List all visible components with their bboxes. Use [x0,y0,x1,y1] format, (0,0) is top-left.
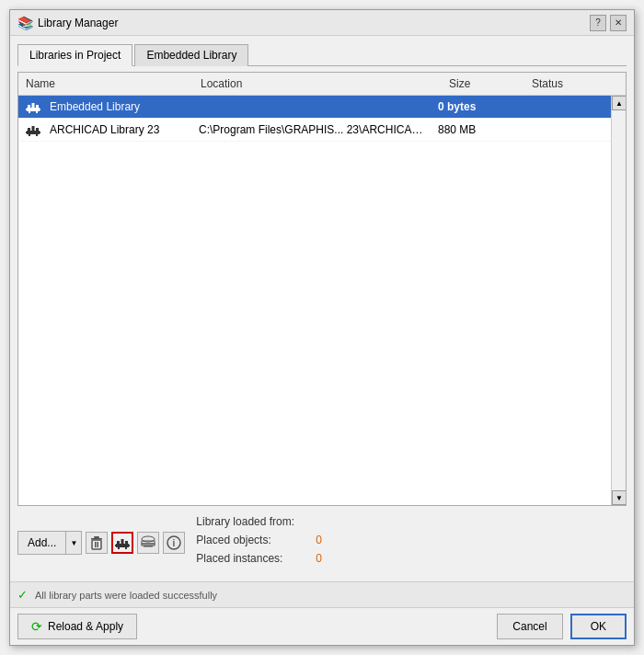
window-title: Library Manager [38,17,590,29]
reload-apply-label: Reload & Apply [48,620,123,633]
svg-rect-6 [29,111,30,113]
bim-server-button[interactable] [137,532,159,554]
row-location: C:\Program Files\GRAPHIS... 23\ARCHICAD … [191,121,431,138]
add-dropdown-button[interactable]: ▼ [65,531,82,555]
placed-objects-value: 0 [316,534,322,546]
placed-objects-row: Placed objects: 0 [196,534,627,546]
tab-libraries-in-project[interactable]: Libraries in Project [17,44,132,66]
library-icon [24,99,42,114]
row-status [504,105,611,109]
scroll-track [612,110,626,490]
row-size: 880 MB [431,121,504,138]
add-group: Add... ▼ [17,531,82,555]
library-table: Name Location Size Status [17,72,627,506]
svg-rect-25 [115,545,130,546]
svg-rect-18 [92,540,101,549]
library-loaded-from-label: Library loaded from: [196,515,316,528]
svg-rect-2 [32,103,35,108]
status-check-icon: ✓ [17,588,28,602]
row-location [191,105,431,109]
statusbar: ✓ All library parts were loaded successf… [10,581,634,607]
svg-rect-26 [116,546,129,547]
svg-rect-0 [27,108,40,109]
row-name: Embedded Library [42,98,191,115]
action-toolbar: Add... ▼ [17,511,627,574]
row-name: ARCHICAD Library 23 [42,121,191,138]
svg-rect-20 [98,542,99,547]
svg-rect-14 [29,134,30,136]
add-button[interactable]: Add... [17,531,65,555]
svg-rect-19 [95,542,97,547]
placed-instances-row: Placed instances: 0 [196,552,627,565]
col-header-size: Size [442,75,524,92]
table-row[interactable]: ARCHICAD Library 23 C:\Program Files\GRA… [18,119,611,142]
svg-rect-3 [36,105,39,108]
library-info-button[interactable]: i [163,532,185,554]
placed-instances-label: Placed instances: [196,552,316,565]
ok-button[interactable]: OK [570,614,627,639]
svg-rect-1 [28,105,30,108]
svg-rect-27 [118,547,120,549]
tab-embedded-library[interactable]: Embedded Library [134,44,248,66]
chevron-down-icon: ▼ [70,539,77,547]
scroll-down-button[interactable]: ▼ [612,490,626,505]
svg-rect-4 [26,109,40,110]
info-panel: Library loaded from: Placed objects: 0 P… [196,515,627,570]
library-loaded-from-row: Library loaded from: [196,515,627,528]
scroll-up-button[interactable]: ▲ [612,96,626,110]
tab-bar: Libraries in Project Embedded Library [17,43,627,66]
table-body: Embedded Library 0 bytes [18,96,611,505]
titlebar-buttons: ? ✕ [590,15,627,31]
status-message: All library parts were loaded successful… [35,590,217,601]
row-size: 0 bytes [431,98,504,115]
svg-rect-9 [28,128,30,131]
svg-rect-24 [125,541,128,544]
svg-rect-23 [121,539,124,544]
table-header: Name Location Size Status [18,73,626,96]
close-button[interactable]: ✕ [610,15,627,31]
svg-rect-28 [125,547,127,549]
main-content: Libraries in Project Embedded Library Na… [10,36,634,581]
reload-icon: ⟳ [31,619,42,634]
svg-rect-17 [94,536,99,538]
row-status [504,128,611,132]
col-header-status: Status [524,75,626,92]
delete-library-button[interactable] [86,532,108,554]
embedded-library-button[interactable] [111,532,133,554]
reload-apply-button[interactable]: ⟳ Reload & Apply [17,614,137,639]
library-icon [24,122,42,137]
titlebar: 📚 Library Manager ? ✕ [10,10,634,36]
vertical-scrollbar[interactable]: ▲ ▼ [611,96,626,505]
svg-rect-11 [36,128,39,131]
placed-objects-label: Placed objects: [196,534,316,546]
footer: ⟳ Reload & Apply Cancel OK [10,607,634,645]
svg-rect-21 [116,544,129,545]
library-manager-window: 📚 Library Manager ? ✕ Libraries in Proje… [9,9,635,646]
svg-rect-12 [26,132,40,133]
svg-rect-13 [27,133,40,134]
svg-rect-7 [36,111,38,113]
table-row[interactable]: Embedded Library 0 bytes [18,96,611,119]
placed-instances-value: 0 [316,552,322,565]
window-icon: 📚 [17,16,32,30]
cancel-button[interactable]: Cancel [497,614,562,639]
svg-text:i: i [173,538,176,548]
svg-rect-22 [117,541,120,544]
svg-rect-8 [27,131,40,132]
help-button[interactable]: ? [590,15,606,31]
svg-rect-15 [36,134,38,136]
svg-rect-10 [32,126,35,131]
col-header-name: Name [18,75,193,92]
svg-rect-5 [27,110,40,111]
col-header-location: Location [193,75,442,92]
